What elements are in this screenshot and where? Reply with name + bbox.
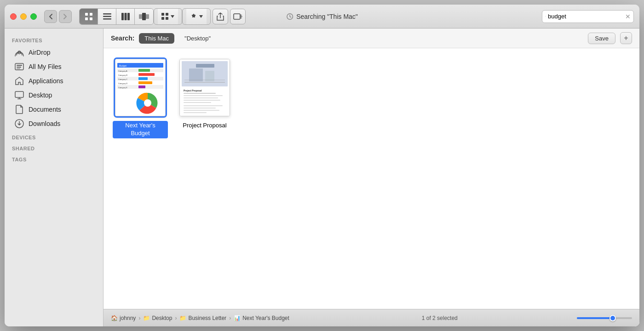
svg-rect-35 (138, 73, 155, 76)
path-budget-label: Next Year's Budget (242, 315, 289, 321)
svg-rect-62 (184, 112, 207, 113)
search-box: ✕ (542, 10, 634, 23)
sidebar-item-applications[interactable]: Applications (7, 74, 100, 88)
svg-rect-34 (138, 69, 150, 72)
path-sep-1: › (138, 315, 140, 321)
zoom-slider (549, 317, 632, 319)
svg-rect-57 (184, 100, 220, 101)
slider-thumb[interactable] (610, 315, 616, 321)
tags-label: Tags (5, 153, 103, 164)
sidebar-item-downloads[interactable]: Downloads (7, 117, 100, 131)
downloads-icon (15, 119, 24, 128)
path-sep-2: › (175, 315, 177, 321)
icon-view-button[interactable] (80, 9, 98, 24)
sidebar: Favorites AirDrop (5, 29, 104, 326)
sidebar-item-desktop[interactable]: Desktop (7, 88, 100, 102)
svg-point-18 (545, 16, 546, 17)
sidebar-item-all-my-files[interactable]: All My Files (7, 60, 100, 74)
svg-rect-11 (142, 13, 146, 20)
svg-text:Category B: Category B (118, 74, 127, 76)
content-area: Favorites AirDrop (5, 29, 639, 326)
svg-rect-60 (184, 108, 216, 108)
sidebar-item-airdrop[interactable]: AirDrop (7, 46, 100, 59)
svg-rect-2 (85, 17, 88, 20)
chevron-down-icon (171, 15, 174, 18)
path-desktop-label: Desktop (152, 315, 172, 321)
scope-this-mac-button[interactable]: This Mac (139, 33, 174, 44)
all-files-icon (15, 62, 24, 71)
applications-icon (15, 76, 24, 86)
column-view-button[interactable] (116, 9, 135, 24)
svg-rect-17 (234, 14, 240, 19)
devices-label: Devices (5, 131, 103, 142)
back-button[interactable] (44, 10, 57, 23)
downloads-label: Downloads (29, 120, 60, 127)
shared-label: Shared (5, 142, 103, 153)
breadcrumb-path: 🏠 johnny › 📁 Desktop › 📁 Business Letter… (111, 315, 330, 321)
path-home-label: johnny (120, 315, 136, 321)
close-button[interactable] (10, 13, 17, 20)
file-item-budget[interactable]: Budget (113, 57, 168, 138)
file-area: Search: This Mac "Desktop" Save + (104, 29, 639, 326)
favorites-label: Favorites (5, 34, 103, 45)
forward-button[interactable] (59, 10, 72, 23)
tag-button[interactable] (230, 9, 246, 24)
status-bar: 🏠 johnny › 📁 Desktop › 📁 Business Letter… (104, 309, 639, 326)
svg-rect-0 (85, 13, 88, 16)
path-business-letter-label: Business Letter (188, 315, 226, 321)
svg-rect-61 (184, 110, 219, 111)
budget-file-label: Next Year's Budget (113, 121, 168, 138)
airdrop-label: AirDrop (29, 49, 50, 56)
svg-rect-1 (90, 13, 92, 16)
svg-rect-10 (139, 14, 143, 19)
svg-rect-38 (138, 86, 145, 88)
window-title-text: Searching "This Mac" (296, 13, 358, 20)
svg-rect-55 (184, 95, 223, 96)
arrange-button[interactable] (158, 9, 178, 24)
path-budget-file: 📊 Next Year's Budget (234, 315, 289, 321)
scope-desktop-button[interactable]: "Desktop" (179, 33, 216, 44)
desktop-icon (15, 91, 24, 100)
action-chevron-icon (199, 15, 203, 18)
folder-icon-2: 📁 (179, 315, 186, 321)
proposal-thumbnail: Project Proposal (179, 59, 230, 116)
svg-rect-56 (184, 97, 218, 98)
svg-rect-7 (121, 13, 124, 20)
minimize-button[interactable] (20, 13, 27, 20)
airdrop-icon (15, 48, 24, 57)
svg-point-45 (144, 99, 151, 107)
sidebar-item-documents[interactable]: Documents (7, 103, 100, 116)
search-clear-button[interactable]: ✕ (625, 13, 631, 20)
slider-fill (577, 317, 613, 319)
view-toggle-group (79, 8, 154, 25)
search-input[interactable] (548, 13, 625, 20)
proposal-file-label: Project Proposal (180, 121, 229, 131)
share-button[interactable] (213, 9, 228, 24)
path-business-letter: 📁 Business Letter (179, 315, 226, 321)
action-button[interactable] (186, 9, 207, 24)
svg-rect-36 (138, 77, 148, 80)
selection-count: 1 of 2 selected (330, 315, 550, 321)
finder-window: ✕ Searching "This Mac" Favorites (5, 5, 639, 326)
svg-rect-8 (124, 13, 126, 20)
folder-icon-1: 📁 (143, 315, 150, 321)
action-group (182, 8, 211, 25)
svg-rect-4 (103, 13, 111, 15)
list-view-button[interactable] (98, 9, 116, 24)
spreadsheet-icon: 📊 (234, 315, 241, 321)
save-search-button[interactable]: Save (588, 33, 615, 44)
maximize-button[interactable] (30, 13, 37, 20)
svg-rect-13 (161, 13, 164, 16)
file-item-proposal[interactable]: Project Proposal (177, 57, 232, 138)
svg-rect-54 (184, 93, 216, 94)
titlebar: ✕ Searching "This Mac" (5, 5, 639, 29)
traffic-lights (10, 13, 37, 20)
add-criteria-button[interactable]: + (620, 32, 632, 44)
svg-rect-9 (127, 13, 130, 20)
coverflow-view-button[interactable] (135, 9, 153, 24)
svg-rect-16 (166, 17, 168, 20)
documents-icon (15, 105, 24, 114)
search-scope-bar: Search: This Mac "Desktop" Save + (104, 29, 639, 48)
svg-rect-52 (196, 64, 214, 68)
window-title: Searching "This Mac" (286, 13, 358, 20)
